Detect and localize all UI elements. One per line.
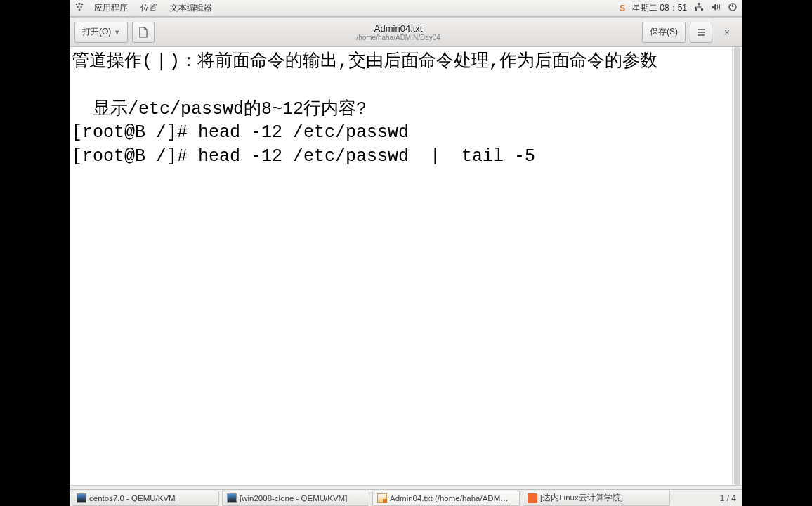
vm-icon xyxy=(77,493,86,503)
volume-icon[interactable] xyxy=(711,2,721,14)
menu-applications[interactable]: 应用程序 xyxy=(91,2,131,14)
workspace-indicator[interactable]: 1 / 4 xyxy=(714,493,742,503)
svg-point-2 xyxy=(81,4,84,6)
gnome-topbar: 应用程序 位置 文本编辑器 S 星期二 08：51 xyxy=(70,0,742,17)
web-icon xyxy=(528,493,537,503)
scrollbar-thumb[interactable] xyxy=(734,47,740,485)
editor-content[interactable]: 管道操作(｜)：将前面命令的输出,交由后面命令处理,作为后面命令的参数 显示/e… xyxy=(70,47,742,485)
menu-places[interactable]: 位置 xyxy=(138,2,160,14)
text-line: [root@B /]# head -12 /etc/passwd | tail … xyxy=(72,146,535,167)
taskbar-item-editor[interactable]: Admin04.txt (/home/haha/ADM… xyxy=(372,491,520,506)
hamburger-icon xyxy=(696,27,706,37)
power-icon[interactable] xyxy=(728,2,738,14)
text-line: 管道操作(｜)：将前面命令的输出,交由后面命令处理,作为后面命令的参数 xyxy=(72,51,657,72)
taskbar-item-centos[interactable]: centos7.0 - QEMU/KVM xyxy=(72,491,219,506)
document-icon xyxy=(138,27,148,38)
save-button[interactable]: 保存(S) xyxy=(642,22,686,43)
svg-point-3 xyxy=(77,6,78,8)
menu-button[interactable] xyxy=(690,22,712,43)
svg-point-5 xyxy=(79,9,81,11)
new-document-button[interactable] xyxy=(132,22,155,43)
svg-point-1 xyxy=(78,3,80,5)
taskbar: centos7.0 - QEMU/KVM [win2008-clone - QE… xyxy=(70,489,742,506)
taskbar-item-label: [达内Linux云计算学院] xyxy=(540,493,623,503)
clock[interactable]: 星期二 08：51 xyxy=(632,2,687,14)
svg-point-0 xyxy=(76,4,78,6)
open-button[interactable]: 打开(O) ▼ xyxy=(74,22,128,43)
window-path: /home/haha/ADMIN/Day04 xyxy=(159,34,638,41)
text-line: 显示/etc/passwd的8~12行内容? xyxy=(72,99,367,119)
gnome-activities-icon xyxy=(74,2,84,14)
editor-titlebar: 打开(O) ▼ Admin04.txt /home/haha/ADMIN/Day… xyxy=(70,18,742,47)
svg-point-4 xyxy=(80,6,81,8)
taskbar-item-label: Admin04.txt (/home/haha/ADM… xyxy=(390,494,509,502)
editor-window: 打开(O) ▼ Admin04.txt /home/haha/ADMIN/Day… xyxy=(70,17,742,506)
taskbar-item-browser[interactable]: [达内Linux云计算学院] xyxy=(523,491,670,506)
open-button-label: 打开(O) xyxy=(82,26,111,38)
vm-icon xyxy=(227,493,237,503)
taskbar-item-label: centos7.0 - QEMU/KVM xyxy=(89,494,176,502)
chevron-down-icon: ▼ xyxy=(114,29,120,36)
close-button[interactable]: × xyxy=(716,26,738,38)
svg-rect-8 xyxy=(701,8,703,11)
taskbar-item-win2008[interactable]: [win2008-clone - QEMU/KVM] xyxy=(222,491,369,506)
vertical-scrollbar[interactable] xyxy=(732,47,742,485)
network-icon[interactable] xyxy=(694,2,704,14)
menu-text-editor[interactable]: 文本编辑器 xyxy=(167,2,215,14)
taskbar-item-label: [win2008-clone - QEMU/KVM] xyxy=(240,494,347,502)
editor-icon xyxy=(377,493,387,503)
svg-rect-6 xyxy=(698,3,700,5)
sogou-icon[interactable]: S xyxy=(620,4,625,13)
window-title: Admin04.txt xyxy=(159,23,638,34)
text-line: [root@B /]# head -12 /etc/passwd xyxy=(72,122,409,143)
svg-rect-7 xyxy=(695,8,697,11)
